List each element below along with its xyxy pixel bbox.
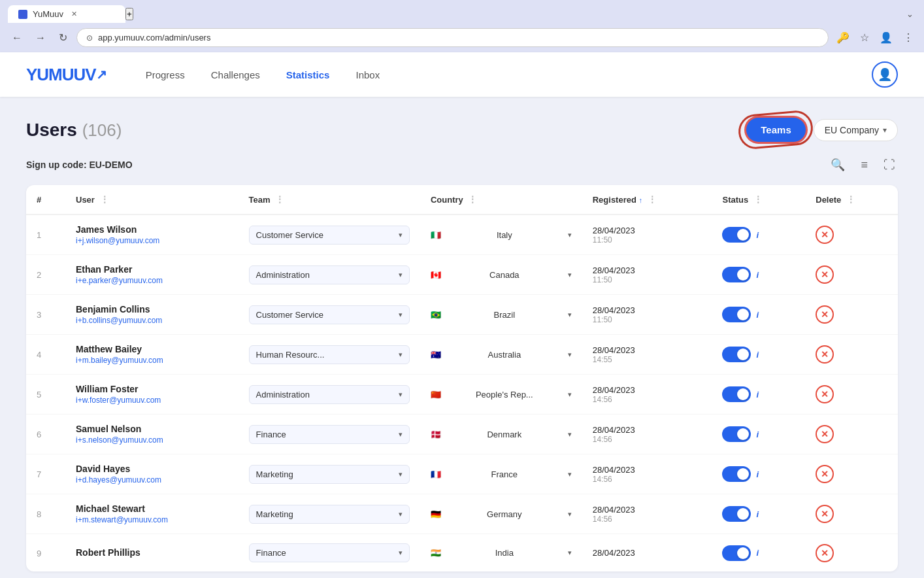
country-select[interactable]: 🇨🇦 Canada ▾ [431, 270, 572, 280]
cell-team: Administration ▾ [239, 375, 420, 415]
delete-button[interactable]: ✕ [816, 265, 834, 284]
fullscreen-button[interactable]: ⛶ [881, 155, 898, 175]
password-manager-button[interactable]: 🔑 [834, 29, 852, 46]
delete-button[interactable]: ✕ [816, 345, 834, 364]
info-button[interactable]: i [756, 350, 759, 360]
date-value: 28/04/2023 [593, 548, 702, 558]
delete-button[interactable]: ✕ [816, 385, 834, 403]
status-toggle[interactable] [722, 307, 751, 322]
country-select[interactable]: 🇫🇷 France ▾ [431, 469, 572, 479]
chevron-down-icon: ▾ [399, 390, 403, 399]
table-row: 6 Samuel Nelson i+s.nelson@yumuuv.com Fi… [26, 415, 898, 454]
profile-button[interactable]: 👤 [877, 29, 895, 46]
country-label: Denmark [487, 430, 521, 439]
expand-button[interactable]: ⌄ [904, 7, 916, 22]
search-button[interactable]: 🔍 [828, 155, 848, 175]
cell-num: 3 [26, 295, 65, 335]
delete-button[interactable]: ✕ [816, 226, 834, 244]
delete-button[interactable]: ✕ [816, 305, 834, 324]
cell-status: i [712, 534, 805, 572]
date-value: 28/04/2023 [593, 385, 702, 395]
nav-inbox[interactable]: Inbox [355, 67, 380, 83]
info-button[interactable]: i [756, 310, 759, 320]
new-tab-button[interactable]: + [125, 8, 133, 20]
status-toggle[interactable] [722, 227, 751, 243]
row-number: 1 [37, 230, 41, 240]
flag-icon: 🇮🇹 [431, 230, 441, 240]
info-button[interactable]: i [756, 430, 759, 439]
col-team-menu[interactable]: ⋮ [275, 194, 284, 205]
country-select[interactable]: 🇩🇰 Denmark ▾ [431, 430, 572, 439]
delete-button[interactable]: ✕ [816, 505, 834, 523]
delete-button[interactable]: ✕ [816, 544, 834, 562]
country-select[interactable]: 🇮🇳 India ▾ [431, 548, 572, 558]
user-avatar-button[interactable]: 👤 [872, 61, 898, 88]
nav-progress[interactable]: Progress [146, 67, 185, 83]
team-select[interactable]: Human Resourc... ▾ [249, 345, 410, 364]
col-status: Status ⋮ [712, 185, 805, 214]
country-label: Brazil [494, 310, 516, 320]
col-delete-menu[interactable]: ⋮ [846, 194, 855, 205]
delete-button[interactable]: ✕ [816, 425, 834, 443]
nav-statistics[interactable]: Statistics [286, 67, 330, 83]
info-button[interactable]: i [756, 390, 759, 400]
back-button[interactable]: ← [8, 29, 26, 46]
time-value: 11:50 [593, 315, 702, 324]
info-button[interactable]: i [756, 230, 759, 240]
team-select[interactable]: Administration ▾ [249, 265, 410, 284]
address-bar[interactable]: ⊙ app.yumuuv.com/admin/users [76, 28, 829, 47]
row-number: 5 [37, 390, 41, 400]
col-country-menu[interactable]: ⋮ [468, 194, 477, 205]
user-email: i+d.hayes@yumuuv.com [76, 475, 228, 484]
team-select[interactable]: Administration ▾ [249, 385, 410, 404]
col-status-menu[interactable]: ⋮ [753, 194, 763, 205]
refresh-button[interactable]: ↻ [55, 29, 71, 46]
status-toggle-wrap: i [722, 347, 795, 362]
team-select[interactable]: Customer Service ▾ [249, 226, 410, 245]
teams-button[interactable]: Teams [746, 118, 805, 142]
col-user-menu[interactable]: ⋮ [100, 194, 109, 205]
team-select[interactable]: Customer Service ▾ [249, 305, 410, 324]
filter-button[interactable]: ≡ [858, 155, 870, 175]
status-toggle[interactable] [722, 545, 751, 561]
time-value: 14:56 [593, 515, 702, 524]
country-select[interactable]: 🇦🇺 Australia ▾ [431, 350, 572, 360]
status-toggle[interactable] [722, 347, 751, 362]
chevron-down-icon: ▾ [399, 470, 403, 479]
country-label: Canada [489, 270, 520, 280]
country-select[interactable]: 🇩🇪 Germany ▾ [431, 509, 572, 519]
country-select[interactable]: 🇮🇹 Italy ▾ [431, 230, 572, 240]
user-name: David Hayes [76, 464, 228, 474]
app-container: YUMUUV↗ Progress Challenges Statistics I… [0, 52, 924, 578]
cell-status: i [712, 454, 805, 494]
info-button[interactable]: i [756, 469, 759, 479]
info-button[interactable]: i [756, 270, 759, 280]
status-toggle[interactable] [722, 466, 751, 482]
status-toggle[interactable] [722, 506, 751, 522]
status-toggle[interactable] [722, 386, 751, 402]
team-select[interactable]: Finance ▾ [249, 425, 410, 444]
status-toggle[interactable] [722, 267, 751, 282]
team-select[interactable]: Finance ▾ [249, 543, 410, 562]
team-select[interactable]: Marketing ▾ [249, 505, 410, 524]
cell-team: Administration ▾ [239, 255, 420, 295]
nav-challenges[interactable]: Challenges [211, 67, 260, 83]
status-toggle-wrap: i [722, 426, 795, 442]
forward-button[interactable]: → [31, 29, 50, 46]
company-dropdown[interactable]: EU Company ▾ [814, 119, 898, 141]
cell-user: Robert Phillips [65, 534, 239, 572]
flag-icon: 🇧🇷 [431, 310, 441, 320]
bookmark-button[interactable]: ☆ [857, 29, 872, 46]
team-select[interactable]: Marketing ▾ [249, 465, 410, 484]
delete-button[interactable]: ✕ [816, 465, 834, 483]
country-select[interactable]: 🇨🇳 People's Rep... ▾ [431, 390, 572, 400]
chevron-down-icon: ▾ [399, 510, 403, 518]
tab-close-button[interactable]: ✕ [71, 10, 77, 18]
info-button[interactable]: i [756, 548, 759, 558]
col-registered-menu[interactable]: ⋮ [648, 194, 657, 205]
status-toggle[interactable] [722, 426, 751, 442]
info-button[interactable]: i [756, 509, 759, 519]
browser-tab[interactable]: YuMuuv ✕ [8, 5, 125, 23]
country-select[interactable]: 🇧🇷 Brazil ▾ [431, 310, 572, 320]
menu-button[interactable]: ⋮ [900, 29, 916, 46]
